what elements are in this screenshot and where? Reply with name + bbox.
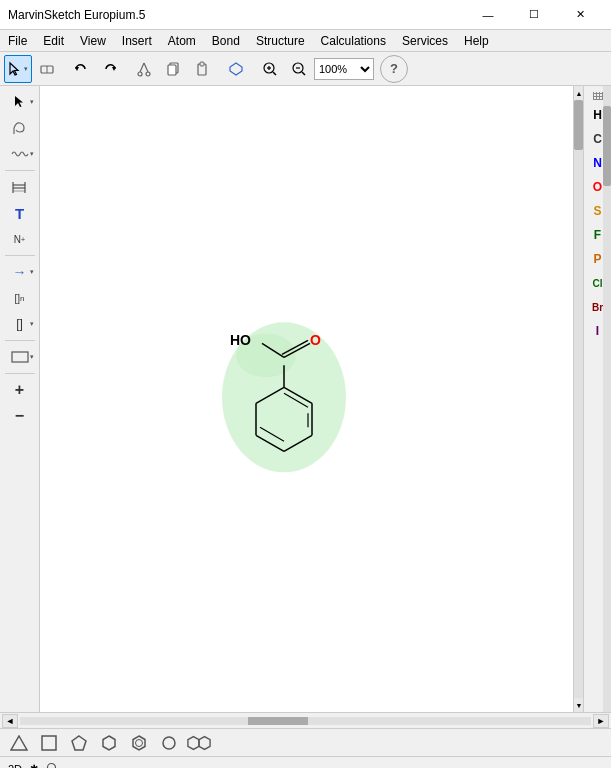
lasso-tool[interactable]: [3, 116, 37, 140]
svg-marker-50: [188, 736, 199, 749]
scroll-left-arrow[interactable]: ◄: [2, 714, 18, 728]
select-arrow-tool[interactable]: ▾: [3, 90, 37, 114]
scroll-thumb[interactable]: [248, 717, 308, 725]
bracket-repeat-tool[interactable]: []n: [3, 286, 37, 310]
pentagon-shape-button[interactable]: [66, 732, 92, 754]
menu-bar: FileEditViewInsertAtomBondStructureCalcu…: [0, 30, 611, 52]
square-shape-button[interactable]: [36, 732, 62, 754]
select-tool-button[interactable]: ▾: [4, 55, 32, 83]
menu-item-file[interactable]: File: [0, 30, 35, 51]
svg-line-16: [273, 72, 276, 75]
erase-button[interactable]: [33, 55, 61, 83]
copy-button[interactable]: [159, 55, 187, 83]
bottom-shapes-toolbar: [0, 728, 611, 756]
svg-rect-44: [42, 736, 56, 750]
zoom-in-button[interactable]: [256, 55, 284, 83]
svg-text:HO: HO: [230, 332, 251, 348]
search-icon: [46, 762, 60, 769]
app-title: MarvinSketch Europium.5: [8, 8, 145, 22]
menu-item-edit[interactable]: Edit: [35, 30, 72, 51]
svg-point-4: [138, 72, 142, 76]
sgroup-bracket-tool[interactable]: []▾: [3, 312, 37, 336]
svg-marker-46: [103, 736, 115, 750]
scroll-track[interactable]: [20, 717, 591, 725]
title-bar: MarvinSketch Europium.5 — ☐ ✕: [0, 0, 611, 30]
right-element-panel: H C N O S F P Cl Br I: [583, 86, 611, 712]
naphthalene-shape-button[interactable]: [186, 732, 212, 754]
svg-marker-51: [199, 736, 210, 749]
search-indicator[interactable]: [46, 762, 60, 769]
svg-point-52: [48, 763, 56, 768]
canvas-vertical-scrollbar[interactable]: ▲ ▼: [573, 86, 583, 712]
svg-marker-12: [230, 63, 242, 75]
toolbar: ▾: [0, 52, 611, 86]
svg-line-6: [140, 63, 144, 72]
text-tool[interactable]: T: [3, 201, 37, 225]
svg-rect-11: [200, 62, 204, 66]
benzene-shape-button[interactable]: [126, 732, 152, 754]
menu-item-help[interactable]: Help: [456, 30, 497, 51]
scroll-up-arrow[interactable]: ▲: [574, 86, 583, 100]
arrow-tool[interactable]: →▾: [3, 260, 37, 284]
menu-item-insert[interactable]: Insert: [114, 30, 160, 51]
svg-point-5: [146, 72, 150, 76]
undo-button[interactable]: [67, 55, 95, 83]
scroll-down-arrow[interactable]: ▼: [574, 698, 583, 712]
menu-item-view[interactable]: View: [72, 30, 114, 51]
atom-map-tool[interactable]: N+: [3, 227, 37, 251]
left-toolbar: ▾ ▾ T N+ →▾ []n []▾: [0, 86, 40, 712]
main-area: ▾ ▾ T N+ →▾ []n []▾: [0, 86, 611, 712]
menu-item-bond[interactable]: Bond: [204, 30, 248, 51]
remove-tool[interactable]: −: [3, 404, 37, 428]
eraser-tool[interactable]: [3, 175, 37, 199]
help-button[interactable]: ?: [380, 55, 408, 83]
minimize-button[interactable]: —: [465, 0, 511, 30]
canvas-area[interactable]: HO O ▲ ▼: [40, 86, 583, 712]
molecule-display: HO O: [194, 287, 374, 490]
freehand-tool[interactable]: ▾: [3, 142, 37, 166]
svg-point-48: [136, 739, 143, 746]
svg-point-49: [163, 737, 175, 749]
menu-item-structure[interactable]: Structure: [248, 30, 313, 51]
menu-item-services[interactable]: Services: [394, 30, 456, 51]
window-controls: — ☐ ✕: [465, 0, 603, 30]
rectangle-tool[interactable]: ▾: [3, 345, 37, 369]
svg-marker-45: [72, 736, 86, 750]
close-button[interactable]: ✕: [557, 0, 603, 30]
paste-button[interactable]: [188, 55, 216, 83]
svg-marker-43: [11, 736, 27, 750]
svg-line-19: [302, 72, 305, 75]
cyclopentadiene-shape-button[interactable]: [156, 732, 182, 754]
ring-button[interactable]: [222, 55, 250, 83]
menu-item-calculations[interactable]: Calculations: [313, 30, 394, 51]
svg-rect-25: [12, 352, 28, 362]
svg-line-7: [144, 63, 148, 72]
maximize-button[interactable]: ☐: [511, 0, 557, 30]
zoom-select[interactable]: 50% 75% 100% 150% 200%: [314, 58, 374, 80]
canvas-horizontal-scrollbar: ◄ ►: [0, 712, 611, 728]
add-tool[interactable]: +: [3, 378, 37, 402]
status-bar: 2D ✱: [0, 756, 611, 768]
svg-text:O: O: [310, 332, 321, 348]
mode-indicator: 2D: [8, 763, 22, 769]
hexagon-shape-button[interactable]: [96, 732, 122, 754]
svg-marker-47: [133, 736, 145, 750]
menu-item-atom[interactable]: Atom: [160, 30, 204, 51]
zoom-out-button[interactable]: [285, 55, 313, 83]
scroll-right-arrow[interactable]: ►: [593, 714, 609, 728]
svg-rect-9: [168, 65, 176, 75]
redo-button[interactable]: [96, 55, 124, 83]
triangle-shape-button[interactable]: [6, 732, 32, 754]
cut-button[interactable]: [130, 55, 158, 83]
star-indicator: ✱: [30, 763, 38, 768]
